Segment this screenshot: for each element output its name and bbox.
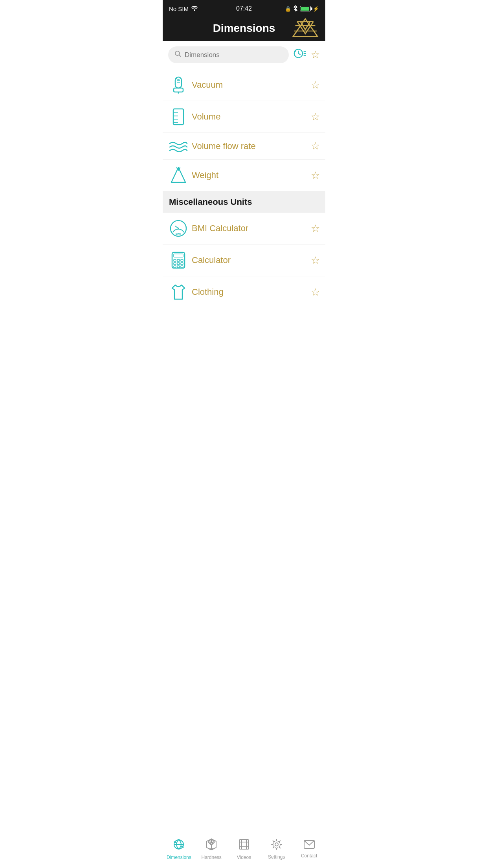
status-time: 07:42	[236, 5, 252, 12]
carrier-label: No SIM	[169, 6, 189, 12]
bmi-favorite[interactable]: ☆	[311, 223, 320, 235]
svg-rect-30	[174, 254, 183, 257]
svg-rect-33	[181, 259, 183, 261]
calculator-icon	[168, 252, 189, 269]
volume-flow-rate-label: Volume flow rate	[189, 141, 311, 151]
vacuum-label: Vacuum	[189, 80, 311, 90]
svg-rect-35	[177, 263, 180, 265]
content-area: Vacuum ☆ Volume ☆ Volume flow rate ☆	[163, 69, 325, 340]
svg-rect-31	[174, 259, 176, 261]
volume-label: Volume	[189, 112, 311, 122]
volume-icon	[168, 108, 189, 125]
volume-favorite[interactable]: ☆	[311, 111, 320, 123]
svg-rect-32	[177, 259, 180, 261]
calculator-favorite[interactable]: ☆	[311, 254, 320, 267]
search-box[interactable]	[168, 46, 289, 63]
svg-rect-39	[181, 266, 183, 268]
clothing-favorite[interactable]: ☆	[311, 286, 320, 298]
list-item-calculator[interactable]: Calculator ☆	[163, 245, 325, 276]
app-header: Dimensions	[163, 17, 325, 41]
search-icon	[174, 50, 182, 59]
calculator-label: Calculator	[189, 255, 311, 265]
status-left: No SIM	[169, 6, 198, 12]
status-right: 🔒 ⚡	[285, 5, 319, 13]
clothing-icon	[168, 283, 189, 301]
clothing-label: Clothing	[189, 287, 311, 297]
flow-icon	[168, 140, 189, 152]
svg-point-27	[178, 228, 179, 229]
misc-section-header: Miscellaneous Units	[163, 191, 325, 213]
list-item-vacuum[interactable]: Vacuum ☆	[163, 69, 325, 101]
list-item-bmi[interactable]: BMI BMI Calculator ☆	[163, 213, 325, 245]
bluetooth-icon	[293, 5, 298, 13]
weight-favorite[interactable]: ☆	[311, 169, 320, 182]
list-item-clothing[interactable]: Clothing ☆	[163, 276, 325, 308]
vacuum-favorite[interactable]: ☆	[311, 79, 320, 91]
charging-icon: ⚡	[313, 6, 319, 12]
svg-line-6	[179, 55, 181, 57]
search-section: ☆	[163, 41, 325, 69]
list-item-weight[interactable]: Weight ☆	[163, 160, 325, 191]
weight-label: Weight	[189, 170, 311, 180]
svg-rect-37	[174, 266, 176, 268]
lock-icon: 🔒	[285, 6, 291, 12]
battery-icon	[300, 6, 311, 11]
vacuum-icon	[168, 76, 189, 94]
status-bar: No SIM 07:42 🔒 ⚡	[163, 0, 325, 17]
search-input[interactable]	[185, 51, 283, 59]
svg-point-0	[194, 9, 195, 11]
history-icon[interactable]	[294, 48, 306, 61]
svg-rect-34	[174, 263, 176, 265]
list-item-volume-flow-rate[interactable]: Volume flow rate ☆	[163, 133, 325, 160]
svg-text:BMI: BMI	[176, 232, 182, 235]
page-title: Dimensions	[213, 22, 275, 35]
wifi-icon	[191, 6, 198, 12]
volume-flow-rate-favorite[interactable]: ☆	[311, 140, 320, 152]
weight-icon	[168, 167, 189, 184]
bmi-icon: BMI	[168, 220, 189, 237]
app-logo	[292, 18, 319, 41]
svg-rect-14	[174, 88, 183, 92]
list-item-volume[interactable]: Volume ☆	[163, 101, 325, 133]
svg-rect-36	[181, 263, 183, 265]
svg-rect-38	[177, 266, 180, 268]
favorites-filter-icon[interactable]: ☆	[311, 49, 320, 61]
bmi-label: BMI Calculator	[189, 223, 311, 234]
